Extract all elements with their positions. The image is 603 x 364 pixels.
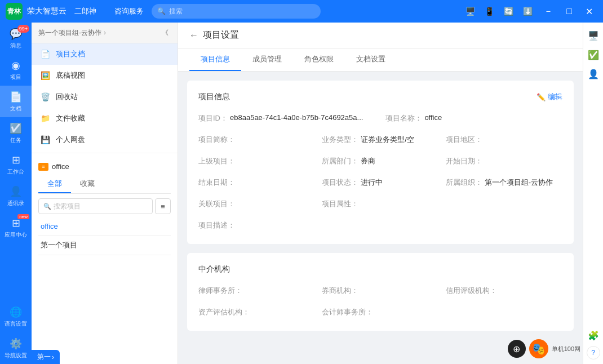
- label-credit-rating: 信用评级机构：: [446, 286, 497, 296]
- breadcrumb-arrow: ›: [104, 29, 106, 37]
- menu-item-documents[interactable]: 📄 项目文档: [32, 43, 178, 65]
- page-title: 项目设置: [203, 29, 239, 41]
- field-status: 项目状态： 进行中: [322, 175, 438, 190]
- screen-icon[interactable]: 🖥️: [463, 4, 477, 19]
- label-dept: 所属部门：: [322, 156, 358, 166]
- tab-project-info[interactable]: 项目信息: [189, 48, 241, 71]
- menu-label-favorites: 文件收藏: [56, 113, 85, 123]
- icon-sidebar: 99+ 💬 消息 ◉ 项目 📄 文档 ☑️ 任务 ⊞ 工作台 👤 通讯录 new…: [0, 23, 32, 364]
- sidebar-label-language: 语言设置: [5, 320, 27, 328]
- mobile-icon[interactable]: 📱: [482, 4, 496, 19]
- value-status: 进行中: [361, 177, 383, 188]
- label-asset-eval: 资产评估机构：: [198, 307, 250, 317]
- menu-item-drafts[interactable]: 🖼️ 底稿视图: [32, 65, 178, 86]
- sidebar-label-projects: 项目: [10, 73, 21, 81]
- watermark-text: 单机100网: [552, 345, 580, 353]
- label-status: 项目状态：: [322, 177, 358, 188]
- nav-erlang[interactable]: 二郎神: [71, 4, 100, 19]
- right-icon-help[interactable]: ?: [587, 346, 600, 359]
- collapse-button[interactable]: 《: [159, 27, 171, 38]
- project-search-box[interactable]: 🔍 搜索项目: [38, 198, 153, 214]
- info-row-3: 上级项目： 所属部门： 券商 开始日期：: [198, 154, 562, 168]
- tab-doc-settings[interactable]: 文档设置: [345, 48, 397, 71]
- sidebar-item-navsettings[interactable]: ⚙️ 导航设置: [0, 332, 32, 364]
- right-icon-check[interactable]: ✅: [585, 46, 602, 63]
- field-law-firm: 律师事务所：: [198, 283, 315, 298]
- label-broker: 券商机构：: [322, 286, 358, 296]
- refresh-icon[interactable]: 🔄: [501, 4, 516, 19]
- sidebar-label-workbench: 工作台: [7, 168, 24, 176]
- sidebar-label-tasks: 任务: [10, 136, 21, 144]
- edit-button[interactable]: ✏️ 编辑: [537, 92, 562, 102]
- search-input[interactable]: [169, 7, 315, 15]
- field-project-name: 项目名称： office: [385, 111, 442, 126]
- content-body: 项目信息 ✏️ 编辑 项目ID： eb8aa5ae-74c1-4a0e-b75b…: [178, 72, 583, 349]
- tab-member-management[interactable]: 成员管理: [241, 48, 293, 71]
- close-button[interactable]: ✕: [581, 6, 597, 17]
- project-sidebar: 第一个项目组-云协作 › 《 📄 项目文档 🖼️ 底稿视图 🗑️ 回收站 📁 文…: [32, 23, 178, 364]
- sidebar-item-language[interactable]: 🌐 语言设置: [0, 301, 32, 332]
- edit-label: 编辑: [548, 92, 562, 102]
- project-item-first[interactable]: 第一个项目: [38, 236, 171, 255]
- field-short-name: 项目简称：: [198, 132, 315, 147]
- label-short-name: 项目简称：: [198, 135, 235, 145]
- content-tabs: 项目信息 成员管理 角色权限 文档设置: [178, 48, 583, 72]
- inter-row-1: 律师事务所： 券商机构： 信用评级机构：: [198, 283, 562, 298]
- nav-consult[interactable]: 咨询服务: [111, 4, 147, 19]
- sidebar-bottom: 🌐 语言设置 ⚙️ 导航设置: [0, 301, 32, 364]
- tab-role-permissions[interactable]: 角色权限: [293, 48, 345, 71]
- sidebar-item-workbench[interactable]: ⊞ 工作台: [0, 149, 32, 180]
- tab-favorites[interactable]: 收藏: [71, 175, 104, 193]
- maximize-button[interactable]: □: [562, 6, 577, 16]
- field-project-id: 项目ID： eb8aa5ae-74c1-4a0e-b75b-7c4692a5a.…: [198, 111, 363, 126]
- sidebar-item-projects[interactable]: ◉ 项目: [0, 54, 32, 86]
- sidebar-item-tasks[interactable]: ☑️ 任务: [0, 117, 32, 149]
- menu-item-trash[interactable]: 🗑️ 回收站: [32, 86, 178, 108]
- menu-item-favorites[interactable]: 📁 文件收藏: [32, 108, 178, 129]
- intermediary-title: 中介机构: [198, 264, 230, 274]
- sidebar-item-documents[interactable]: 📄 文档: [0, 86, 32, 117]
- right-icon-screen[interactable]: 🖥️: [585, 27, 602, 44]
- main-layout: 99+ 💬 消息 ◉ 项目 📄 文档 ☑️ 任务 ⊞ 工作台 👤 通讯录 new…: [0, 23, 603, 364]
- download-icon[interactable]: ⬇️: [520, 4, 535, 19]
- intermediary-card: 中介机构 律师事务所： 券商机构： 信用评级机构：: [187, 253, 574, 331]
- sidebar-item-appcenter[interactable]: new ⊞ 应用中心: [0, 212, 32, 243]
- field-accounting: 会计师事务所：: [322, 305, 438, 319]
- sidebar-label-appcenter: 应用中心: [5, 231, 27, 239]
- value-dept: 券商: [361, 156, 375, 166]
- project-item-office[interactable]: office: [38, 217, 171, 236]
- trash-icon: 🗑️: [41, 92, 50, 101]
- right-icon-user[interactable]: 👤: [585, 65, 602, 82]
- project-info-title: 项目信息: [198, 92, 230, 102]
- field-dept: 所属部门： 券商: [322, 154, 438, 168]
- label-accounting: 会计师事务所：: [322, 307, 373, 317]
- bottom-tab[interactable]: 第一 ›: [32, 350, 60, 364]
- label-project-name: 项目名称：: [385, 113, 422, 123]
- sidebar-label-navsettings: 导航设置: [5, 352, 27, 359]
- topbar-search-bar[interactable]: 🔍: [152, 4, 321, 19]
- minimize-button[interactable]: －: [539, 6, 557, 17]
- new-badge: new: [17, 214, 29, 219]
- topbar-nav: 二郎神 咨询服务: [71, 4, 147, 19]
- favorites-icon: 📁: [41, 114, 50, 123]
- menu-item-netdisk[interactable]: 💾 个人网盘: [32, 129, 178, 150]
- project-list-header: ≡ office: [38, 160, 171, 175]
- field-org: 所属组织： 第一个项目组-云协作: [446, 175, 562, 190]
- sidebar-item-messages[interactable]: 99+ 💬 消息: [0, 23, 32, 54]
- project-tab-bar: 全部 收藏: [38, 175, 171, 194]
- menu-label-trash: 回收站: [56, 92, 78, 102]
- filter-button[interactable]: ≡: [155, 198, 171, 214]
- right-icon-puzzle[interactable]: 🧩: [585, 327, 602, 344]
- message-badge: 99+: [17, 25, 29, 33]
- back-button[interactable]: ←: [189, 30, 198, 41]
- search-row: 🔍 搜索项目 ≡: [38, 198, 171, 214]
- field-parent-project: 上级项目：: [198, 154, 315, 168]
- value-project-name: office: [424, 113, 442, 122]
- label-biz-type: 业务类型：: [322, 135, 358, 145]
- main-content: ← 项目设置 项目信息 成员管理 角色权限 文档设置 项目信息 ✏️ 编辑: [178, 23, 583, 364]
- project-list-section: ≡ office 全部 收藏 🔍 搜索项目 ≡ office 第一个项目: [32, 156, 178, 260]
- sidebar-item-contacts[interactable]: 👤 通讯录: [0, 180, 32, 212]
- card-header-intermediary: 中介机构: [198, 264, 562, 274]
- expand-icon: ›: [52, 353, 54, 361]
- tab-all[interactable]: 全部: [38, 175, 71, 193]
